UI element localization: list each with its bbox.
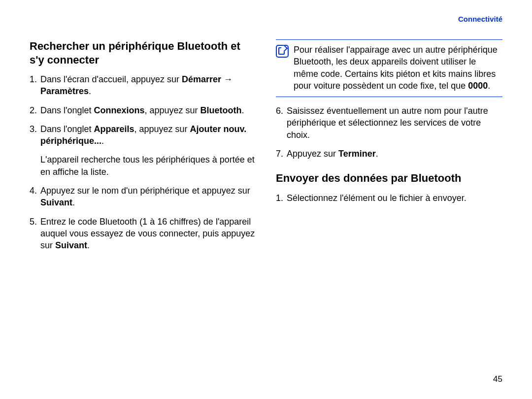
note-icon bbox=[276, 45, 289, 58]
text: Appuyez sur bbox=[287, 149, 338, 159]
step-3-followup: L'appareil recherche tous les périphériq… bbox=[40, 154, 256, 178]
step-number: 1. bbox=[276, 192, 287, 204]
text: . bbox=[101, 136, 104, 146]
step-body: Dans l'écran d'accueil, appuyez sur Déma… bbox=[40, 73, 256, 98]
text: . bbox=[376, 149, 378, 159]
text: Appuyez sur le nom d'un périphérique et … bbox=[40, 186, 250, 196]
step-1: 1. Dans l'écran d'accueil, appuyez sur D… bbox=[30, 73, 256, 98]
text: . bbox=[242, 105, 244, 115]
step-body: Sélectionnez l'élément ou le fichier à e… bbox=[287, 192, 502, 204]
bold-text: Terminer bbox=[338, 149, 376, 159]
text: , appuyez sur bbox=[134, 124, 190, 134]
step-body: Dans l'onglet Connexions, appuyez sur Bl… bbox=[40, 104, 256, 116]
two-column-layout: Rechercher un périphérique Bluetooth et … bbox=[30, 39, 502, 259]
step-body: Dans l'onglet Appareils, appuyez sur Ajo… bbox=[40, 123, 256, 147]
step-body: Saisissez éventuellement un autre nom po… bbox=[287, 105, 502, 141]
step-2: 2. Dans l'onglet Connexions, appuyez sur… bbox=[30, 104, 256, 116]
left-column: Rechercher un périphérique Bluetooth et … bbox=[30, 39, 256, 259]
step-number: 2. bbox=[30, 104, 40, 116]
bold-text: Suivant bbox=[40, 198, 72, 207]
text: . bbox=[87, 240, 90, 250]
step-number: 6. bbox=[276, 105, 287, 141]
text: Dans l'écran d'accueil, appuyez sur bbox=[40, 74, 182, 84]
section-tag: Connectivité bbox=[458, 15, 502, 23]
step-7: 7. Appuyez sur Terminer. bbox=[276, 148, 502, 160]
step-body: Entrez le code Bluetooth (1 à 16 chiffre… bbox=[40, 216, 256, 252]
step-b1: 1. Sélectionnez l'élément ou le fichier … bbox=[276, 192, 502, 204]
text: Dans l'onglet bbox=[40, 105, 94, 115]
step-body: Appuyez sur Terminer. bbox=[287, 148, 502, 160]
bold-text: 0000 bbox=[468, 81, 488, 91]
info-note: Pour réaliser l'appairage avec un autre … bbox=[276, 39, 502, 97]
step-number: 5. bbox=[30, 216, 40, 252]
text: Pour réaliser l'appairage avec un autre … bbox=[294, 45, 498, 91]
text: Dans l'onglet bbox=[40, 124, 94, 134]
bold-text: Connexions bbox=[94, 105, 145, 115]
step-number: 3. bbox=[30, 123, 40, 147]
step-number: 7. bbox=[276, 148, 287, 160]
step-body: Appuyez sur le nom d'un périphérique et … bbox=[40, 185, 256, 209]
text: , appuyez sur bbox=[145, 105, 200, 115]
bold-text: Bluetooth bbox=[200, 105, 242, 115]
step-4: 4. Appuyez sur le nom d'un périphérique … bbox=[30, 185, 256, 209]
step-6: 6. Saisissez éventuellement un autre nom… bbox=[276, 105, 502, 141]
text: . bbox=[72, 198, 75, 207]
heading-search-bluetooth: Rechercher un périphérique Bluetooth et … bbox=[30, 39, 256, 66]
right-column: Pour réaliser l'appairage avec un autre … bbox=[276, 39, 502, 259]
step-5: 5. Entrez le code Bluetooth (1 à 16 chif… bbox=[30, 216, 256, 252]
step-3: 3. Dans l'onglet Appareils, appuyez sur … bbox=[30, 123, 256, 147]
heading-send-bluetooth: Envoyer des données par Bluetooth bbox=[276, 171, 502, 185]
step-number: 1. bbox=[30, 73, 40, 98]
text: . bbox=[488, 81, 490, 91]
bold-text: Suivant bbox=[55, 240, 87, 250]
text: . bbox=[89, 86, 91, 96]
manual-page: Connectivité Rechercher un périphérique … bbox=[0, 0, 532, 399]
page-number: 45 bbox=[493, 374, 502, 384]
bold-text: Appareils bbox=[94, 124, 134, 134]
step-number: 4. bbox=[30, 185, 40, 209]
note-text: Pour réaliser l'appairage avec un autre … bbox=[294, 44, 502, 92]
